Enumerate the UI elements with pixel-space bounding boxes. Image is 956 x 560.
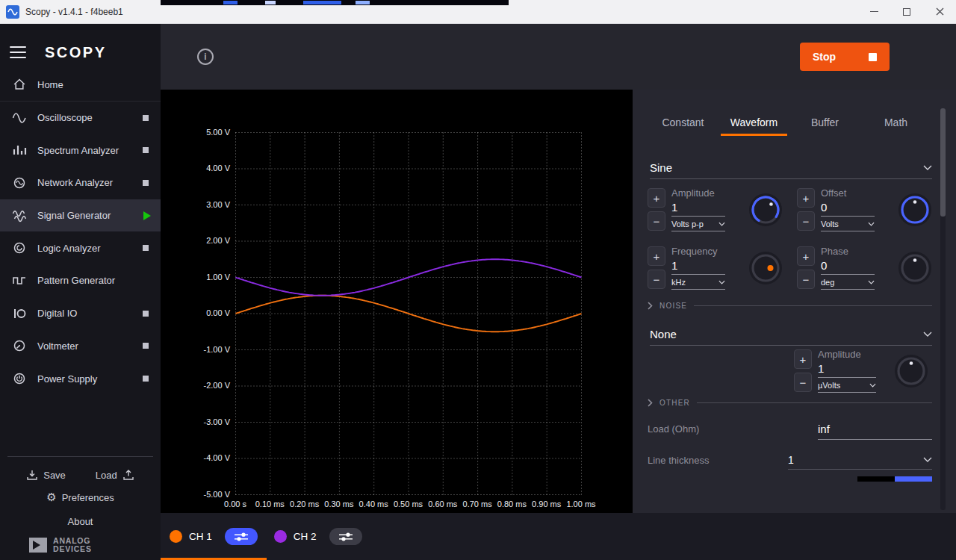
filter-sliders-icon: [233, 532, 249, 541]
preferences-label: Preferences: [62, 492, 114, 503]
amplitude-unit-select[interactable]: Volts p-p: [671, 217, 725, 231]
sidebar: SCOPY Home Oscilloscope: [0, 24, 161, 560]
offset-value-input[interactable]: 0: [821, 201, 875, 217]
channel-1-settings-button[interactable]: [225, 528, 258, 545]
close-button[interactable]: [923, 0, 956, 23]
noise-amplitude-unit-select[interactable]: µVolts: [818, 378, 876, 393]
noise-amplitude-knob[interactable]: [894, 354, 928, 388]
sidebar-item-label: Spectrum Analyzer: [37, 145, 119, 156]
phase-value-input[interactable]: 0: [821, 259, 875, 275]
sidebar-item-label: Voltmeter: [37, 340, 78, 352]
y-axis-tick-label: 3.00 V: [206, 200, 230, 209]
scopy-window: Scopy - v1.4.1 - f4beeb1 SCOPY: [0, 0, 956, 560]
home-icon: [12, 77, 27, 92]
about-link[interactable]: About: [0, 516, 161, 527]
horizontal-scrollbar[interactable]: [857, 476, 932, 482]
vertical-scrollbar-thumb[interactable]: [940, 108, 946, 217]
waveform-type-value: Sine: [650, 161, 672, 174]
offset-knob[interactable]: [898, 193, 932, 227]
sidebar-item-pattern-generator[interactable]: Pattern Generator: [0, 264, 161, 297]
phase-knob[interactable]: [898, 251, 932, 285]
sidebar-item-label: Pattern Generator: [37, 275, 115, 286]
tab-constant[interactable]: Constant: [648, 108, 718, 136]
waveform-type-select[interactable]: Sine: [650, 157, 932, 179]
amplitude-control: + − Amplitude 1 Volts p-p: [648, 187, 797, 231]
sidebar-item-home[interactable]: Home: [0, 69, 161, 102]
load-ohm-row: Load (Ohm) inf: [648, 419, 932, 441]
info-icon[interactable]: i: [197, 49, 214, 65]
chevron-right-icon: [648, 302, 653, 310]
window-title: Scopy - v1.4.1 - f4beeb1: [25, 7, 123, 17]
sidebar-item-label: Power Supply: [37, 373, 97, 385]
sidebar-item-signal-generator[interactable]: Signal Generator: [0, 199, 161, 232]
minimize-button[interactable]: [857, 0, 890, 23]
window-controls: [857, 0, 956, 23]
offset-decrement-button[interactable]: −: [797, 211, 815, 231]
frequency-label: Frequency: [671, 246, 725, 257]
frequency-knob[interactable]: [748, 251, 783, 285]
other-section-header[interactable]: OTHER: [648, 399, 932, 407]
amplitude-unit-value: Volts p-p: [671, 220, 704, 228]
phase-decrement-button[interactable]: −: [797, 270, 815, 289]
phase-unit-select[interactable]: deg: [821, 275, 875, 290]
sidebar-item-logic-analyzer[interactable]: Logic Analyzer: [0, 231, 161, 264]
offset-increment-button[interactable]: +: [797, 188, 815, 208]
voltmeter-icon: [12, 338, 27, 353]
channel-2-color-dot: [274, 530, 287, 543]
sidebar-item-oscilloscope[interactable]: Oscilloscope: [0, 102, 161, 134]
section-divider-line: [694, 305, 932, 306]
sidebar-item-label: Network Analyzer: [37, 177, 113, 188]
amplitude-knob[interactable]: [748, 193, 783, 227]
vertical-scrollbar[interactable]: [940, 108, 946, 510]
sidebar-item-power-supply[interactable]: Power Supply: [0, 362, 161, 395]
noise-amplitude-decrement-button[interactable]: −: [794, 373, 812, 392]
maximize-button[interactable]: [890, 0, 923, 23]
sidebar-item-label: Oscilloscope: [37, 112, 93, 123]
noise-type-value: None: [650, 328, 677, 340]
amplitude-label: Amplitude: [671, 187, 725, 199]
menu-toggle-button[interactable]: [7, 44, 28, 60]
frequency-value-input[interactable]: 1: [671, 259, 725, 275]
channel-1-tab[interactable]: CH 1: [170, 528, 258, 545]
load-ohm-label: Load (Ohm): [648, 423, 699, 435]
tab-waveform[interactable]: Waveform: [718, 108, 789, 136]
phase-increment-button[interactable]: +: [797, 246, 815, 266]
x-axis-tick-label: 1.00 ms: [566, 500, 595, 508]
x-axis-tick-label: 0.00 s: [224, 500, 246, 508]
frequency-decrement-button[interactable]: −: [648, 270, 665, 289]
noise-amplitude-increment-button[interactable]: +: [794, 349, 812, 369]
amplitude-decrement-button[interactable]: −: [648, 211, 665, 231]
sidebar-item-digital-io[interactable]: Digital IO: [0, 297, 161, 330]
y-axis-tick-label: 5.00 V: [206, 128, 230, 137]
load-ohm-input[interactable]: inf: [818, 419, 932, 440]
stop-button[interactable]: Stop: [800, 43, 890, 71]
channel-2-settings-button[interactable]: [329, 528, 362, 545]
noise-type-select[interactable]: None: [650, 323, 932, 346]
amplitude-increment-button[interactable]: +: [648, 188, 665, 208]
horizontal-scrollbar-thumb[interactable]: [895, 476, 932, 482]
noise-section-header[interactable]: NOISE: [648, 302, 932, 310]
maximize-icon: [903, 8, 910, 16]
line-thickness-select[interactable]: 1: [788, 450, 932, 470]
tab-buffer[interactable]: Buffer: [789, 108, 860, 136]
channel-2-tab[interactable]: CH 2: [274, 528, 362, 545]
preferences-button[interactable]: ⚙ Preferences: [0, 492, 161, 503]
frequency-unit-select[interactable]: kHz: [671, 275, 725, 290]
network-analyzer-icon: [12, 175, 27, 190]
sidebar-item-label: Signal Generator: [37, 210, 111, 221]
load-button[interactable]: Load: [96, 469, 134, 481]
chevron-down-icon: [718, 280, 725, 284]
info-glyph: i: [204, 52, 206, 62]
running-indicator: [143, 211, 151, 220]
tab-math[interactable]: Math: [860, 108, 931, 136]
channel-1-label: CH 1: [189, 531, 212, 542]
frequency-increment-button[interactable]: +: [648, 246, 665, 266]
sidebar-item-spectrum-analyzer[interactable]: Spectrum Analyzer: [0, 134, 161, 167]
noise-amplitude-value-input[interactable]: 1: [818, 362, 876, 378]
sidebar-item-voltmeter[interactable]: Voltmeter: [0, 330, 161, 363]
offset-unit-select[interactable]: Volts: [821, 217, 875, 231]
save-button[interactable]: Save: [26, 469, 66, 481]
amplitude-value-input[interactable]: 1: [671, 201, 725, 217]
y-axis-tick-label: -2.00 V: [204, 381, 230, 390]
sidebar-item-network-analyzer[interactable]: Network Analyzer: [0, 167, 161, 199]
